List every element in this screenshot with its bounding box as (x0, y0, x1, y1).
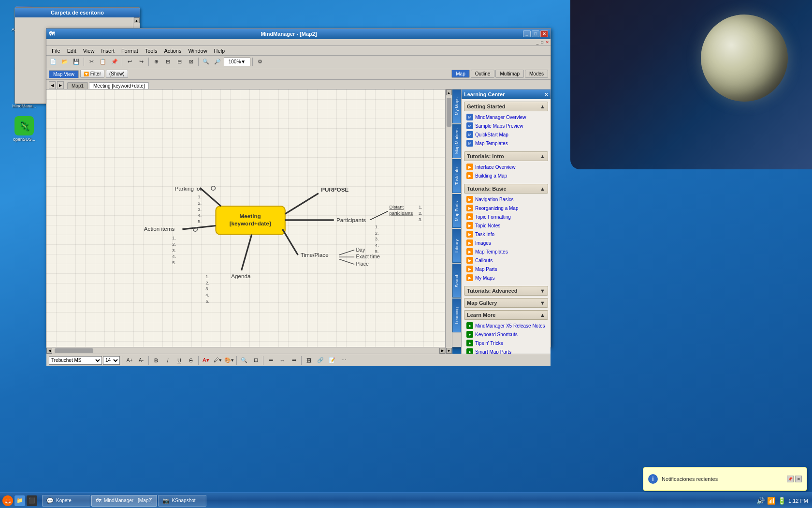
btn-italic[interactable]: I (162, 356, 173, 365)
btn-align-right[interactable]: ➡ (289, 356, 299, 365)
toolbar-copy[interactable]: 📋 (98, 57, 108, 67)
menu-help[interactable]: Help (211, 47, 228, 54)
side-tab-search[interactable]: Search (452, 264, 461, 298)
btn-grow-font[interactable]: A+ (124, 356, 135, 365)
link-quickstart[interactable]: M QuickStart Map (466, 130, 546, 139)
map-tab-1[interactable]: Map1 (67, 82, 88, 89)
show-button[interactable]: (Show) (106, 70, 128, 78)
tab-modes[interactable]: Modes (525, 70, 548, 78)
link-keyboard-shortcuts[interactable]: ● Keyboard Shortcuts (466, 330, 546, 339)
notif-close-btn[interactable]: ✕ (795, 476, 802, 482)
btn-more[interactable]: ⋯ (338, 356, 349, 365)
inner-minimize[interactable]: _ (536, 40, 538, 45)
btn-fill-color[interactable]: 🎨▾ (224, 356, 234, 365)
toolbar-zoom-out[interactable]: 🔍 (201, 57, 211, 67)
scroll-up-btn[interactable]: ▲ (134, 17, 140, 23)
btn-insert-link[interactable]: 🔗 (315, 356, 326, 365)
vscroll-thumb[interactable] (447, 98, 451, 127)
link-maptemplates-gs[interactable]: M Map Templates (466, 139, 546, 148)
side-tab-taskinfo[interactable]: Task Info (452, 159, 461, 193)
map-area[interactable]: Meeting [keyword+date] PURPOSE Participa… (46, 90, 452, 354)
vscroll-down[interactable]: ▼ (446, 348, 452, 354)
tray-icon-battery[interactable]: 🔋 (778, 497, 786, 505)
link-reorg-map[interactable]: ▶ Reorganizing a Map (466, 204, 546, 212)
menu-file[interactable]: File (49, 47, 63, 54)
side-tab-library[interactable]: Library (452, 229, 461, 263)
toolbar-insert2[interactable]: ⊞ (162, 57, 173, 67)
link-map-parts[interactable]: ▶ Map Parts (466, 265, 546, 273)
link-topic-formatting[interactable]: ▶ Topic Formatting (466, 212, 546, 221)
hscroll-left[interactable]: ◀ (46, 348, 52, 354)
link-maptemplates-basic[interactable]: ▶ Map Templates (466, 247, 546, 256)
link-tips-tricks[interactable]: ● Tips n' Tricks (466, 339, 546, 347)
toolbar-undo[interactable]: ↩ (124, 57, 135, 67)
link-building-map[interactable]: ▶ Building a Map (466, 171, 546, 180)
btn-strikethrough[interactable]: S (186, 356, 196, 365)
btn-notes[interactable]: 📝 (327, 356, 337, 365)
hscroll-right[interactable]: ▶ (439, 348, 445, 354)
toolbar-redo[interactable]: ↪ (136, 57, 146, 67)
link-samplemaps[interactable]: M Sample Maps Preview (466, 121, 546, 130)
btn-highlight[interactable]: 🖊▾ (212, 356, 223, 365)
btn-insert-img[interactable]: 🖼 (304, 356, 314, 365)
taskbar-mindmanager[interactable]: 🗺 MindManager - [Map2] (91, 495, 157, 507)
vscroll-up[interactable]: ▲ (446, 90, 452, 95)
map-scrollbar-h[interactable]: ◀ ▶ (46, 347, 445, 354)
section-header-advanced[interactable]: Tutorials: Advanced ▼ (464, 286, 548, 296)
btn-underline[interactable]: U (174, 356, 185, 365)
minimize-btn[interactable]: _ (523, 30, 531, 37)
toolbar-extra[interactable]: ⚙ (255, 57, 265, 67)
tab-map[interactable]: Map (451, 70, 469, 78)
menu-format[interactable]: Format (118, 47, 141, 54)
close-btn[interactable]: ✕ (540, 30, 548, 37)
btn-align-left[interactable]: ⬅ (265, 356, 276, 365)
toolbar-insert3[interactable]: ⊟ (174, 57, 185, 67)
font-size-selector[interactable]: 14 (103, 356, 120, 365)
side-tab-learning[interactable]: Learning (452, 299, 461, 332)
map-tab-meeting[interactable]: Meeting [keyword+date] (89, 82, 149, 89)
btn-fit[interactable]: ⊡ (250, 356, 261, 365)
section-header-intro[interactable]: Tutorials: Intro ▲ (464, 151, 548, 161)
inner-close[interactable]: ✕ (546, 40, 549, 45)
link-images[interactable]: ▶ Images (466, 239, 546, 247)
nav-right[interactable]: ▶ (57, 81, 64, 89)
panel-close-btn[interactable]: ✕ (544, 92, 548, 97)
tray-icon-network[interactable]: 📶 (767, 497, 775, 505)
section-header-learn-more[interactable]: Learn More ▲ (464, 310, 548, 320)
btn-align-center[interactable]: ↔ (277, 356, 288, 365)
link-interface-overview[interactable]: ▶ Interface Overview (466, 163, 546, 171)
menu-tools[interactable]: Tools (142, 47, 160, 54)
view-tab-mapview[interactable]: Map View (49, 70, 79, 78)
btn-font-color[interactable]: A▾ (201, 356, 211, 365)
section-header-basic[interactable]: Tutorials: Basic ▲ (464, 184, 548, 194)
zoom-box[interactable]: 100% ▼ (224, 58, 250, 66)
link-topic-notes[interactable]: ▶ Topic Notes (466, 221, 546, 230)
tray-icon-volume[interactable]: 🔊 (756, 497, 765, 505)
menu-view[interactable]: View (80, 47, 98, 54)
menu-insert[interactable]: Insert (98, 47, 117, 54)
toolbar-cut[interactable]: ✂ (86, 57, 97, 67)
filter-button[interactable]: 🔽 Filter (80, 70, 104, 78)
toolbar-paste[interactable]: 📌 (109, 57, 120, 67)
side-tab-mapparts[interactable]: Map Parts (452, 194, 461, 228)
taskbar-ksnapshot[interactable]: 📷 KSnapshot (158, 495, 206, 507)
hscroll-thumb[interactable] (55, 348, 93, 353)
tab-multimap[interactable]: Multimap (495, 70, 524, 78)
menu-edit[interactable]: Edit (64, 47, 79, 54)
map-scrollbar-v[interactable]: ▲ ▼ (445, 90, 452, 354)
link-release-notes[interactable]: ● MindManager X5 Release Notes (466, 321, 546, 330)
link-callouts[interactable]: ▶ Callouts (466, 256, 546, 265)
taskbar-icon-file[interactable]: 📁 (14, 495, 25, 506)
side-tab-mapmarkers[interactable]: Map Markers (452, 124, 461, 158)
font-selector[interactable]: Trebuchet MS (49, 356, 102, 365)
toolbar-insert1[interactable]: ⊕ (151, 57, 161, 67)
link-nav-basics[interactable]: ▶ Navigation Basics (466, 195, 546, 204)
btn-bold[interactable]: B (151, 356, 161, 365)
toolbar-save[interactable]: 💾 (71, 57, 82, 67)
inner-restore[interactable]: □ (541, 40, 543, 45)
toolbar-insert4[interactable]: ⊠ (186, 57, 196, 67)
link-task-info[interactable]: ▶ Task Info (466, 230, 546, 239)
toolbar-new[interactable]: 📄 (48, 57, 58, 67)
taskbar-kopete[interactable]: 💬 Kopete (42, 495, 90, 507)
restore-btn[interactable]: □ (532, 30, 539, 37)
